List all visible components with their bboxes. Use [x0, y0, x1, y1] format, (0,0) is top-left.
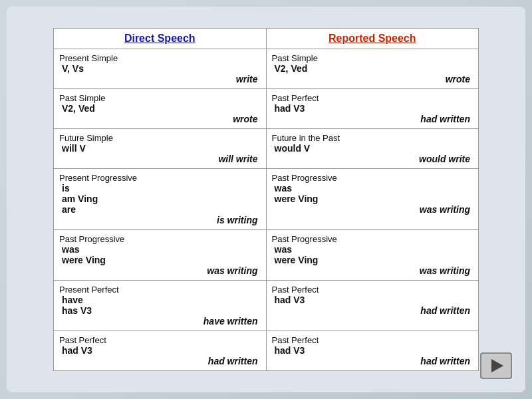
play-triangle-icon — [491, 359, 503, 372]
direct-cell-5: Present Perfecthavehas V3have written — [54, 281, 267, 331]
reported-example-6: had written — [272, 356, 471, 366]
reported-example-0: wrote — [272, 74, 471, 84]
direct-cell-2: Future Simplewill Vwill write — [54, 129, 267, 169]
reported-tense-form-0: V2, Ved — [275, 63, 473, 74]
direct-example-6: had written — [59, 356, 258, 366]
direct-tense-form-3: isam Vingare — [62, 183, 261, 215]
reported-tense-form-5: had V3 — [275, 295, 473, 305]
reported-cell-1: Past Perfecthad V3had written — [266, 89, 479, 129]
direct-tense-form-5: havehas V3 — [62, 295, 261, 316]
direct-cell-0: Present SimpleV, Vswrite — [54, 49, 267, 89]
reported-example-3: was writing — [272, 204, 471, 215]
direct-tense-form-6: had V3 — [62, 345, 261, 356]
direct-example-1: wrote — [59, 114, 258, 124]
reported-example-4: was writing — [272, 265, 471, 276]
reported-cell-4: Past Progressivewaswere Vingwas writing — [266, 230, 479, 281]
direct-tense-name-1: Past Simple — [59, 93, 261, 103]
reported-cell-2: Future in the Pastwould Vwould write — [266, 129, 479, 169]
direct-example-4: was writing — [59, 265, 258, 276]
reported-tense-form-3: waswere Ving — [275, 183, 473, 204]
reported-cell-3: Past Progressivewaswere Vingwas writing — [266, 169, 479, 230]
direct-tense-name-6: Past Perfect — [59, 335, 261, 345]
reported-cell-0: Past SimpleV2, Vedwrote — [266, 49, 479, 89]
direct-tense-name-2: Future Simple — [59, 133, 261, 143]
grammar-table: Direct Speech Reported Speech Present Si… — [53, 28, 479, 371]
reported-tense-name-0: Past Simple — [272, 53, 473, 63]
direct-tense-form-1: V2, Ved — [62, 103, 261, 114]
direct-cell-4: Past Progressivewaswere Vingwas writing — [54, 230, 267, 281]
direct-tense-form-4: waswere Ving — [62, 244, 261, 265]
reported-tense-form-1: had V3 — [275, 103, 473, 114]
direct-example-3: is writing — [59, 215, 258, 225]
reported-example-5: had written — [272, 305, 471, 316]
reported-cell-5: Past Perfecthad V3had written — [266, 281, 479, 331]
direct-tense-name-3: Present Progressive — [59, 173, 261, 183]
header-reported: Reported Speech — [266, 29, 479, 49]
direct-tense-name-0: Present Simple — [59, 53, 261, 63]
header-direct: Direct Speech — [54, 29, 267, 49]
reported-tense-form-4: waswere Ving — [275, 244, 473, 265]
reported-tense-name-2: Future in the Past — [272, 133, 473, 143]
reported-example-2: would write — [272, 154, 471, 164]
page-container: Direct Speech Reported Speech Present Si… — [7, 7, 525, 392]
direct-tense-form-0: V, Vs — [62, 63, 261, 74]
direct-example-0: write — [59, 74, 258, 84]
direct-cell-6: Past Perfecthad V3had written — [54, 331, 267, 371]
reported-tense-name-6: Past Perfect — [272, 335, 473, 345]
reported-cell-6: Past Perfecthad V3had written — [266, 331, 479, 371]
table-wrapper: Direct Speech Reported Speech Present Si… — [53, 28, 479, 371]
direct-tense-name-4: Past Progressive — [59, 234, 261, 244]
reported-tense-name-1: Past Perfect — [272, 93, 473, 103]
direct-example-2: will write — [59, 154, 258, 164]
reported-example-1: had written — [272, 114, 471, 124]
direct-cell-1: Past SimpleV2, Vedwrote — [54, 89, 267, 129]
reported-tense-name-3: Past Progressive — [272, 173, 473, 183]
reported-tense-name-4: Past Progressive — [272, 234, 473, 244]
direct-tense-name-5: Present Perfect — [59, 285, 261, 295]
play-button[interactable] — [480, 352, 512, 379]
direct-tense-form-2: will V — [62, 143, 261, 154]
direct-cell-3: Present Progressiveisam Vingareis writin… — [54, 169, 267, 230]
reported-tense-form-2: would V — [275, 143, 473, 154]
reported-tense-name-5: Past Perfect — [272, 285, 473, 295]
direct-example-5: have written — [59, 316, 258, 327]
reported-tense-form-6: had V3 — [275, 345, 473, 356]
